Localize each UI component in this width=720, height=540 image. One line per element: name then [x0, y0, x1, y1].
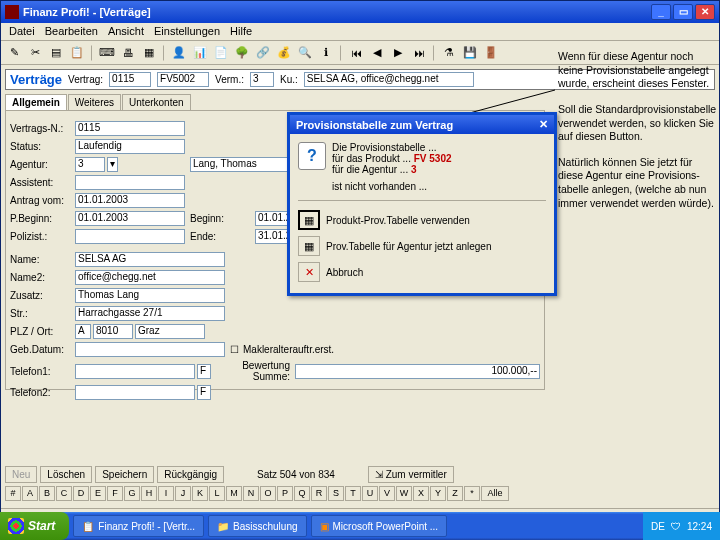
- alpha-Y[interactable]: Y: [430, 486, 446, 501]
- tool-tree-icon[interactable]: 🌳: [233, 44, 251, 62]
- zum-vermittler-button[interactable]: ⇲ Zum vermitler: [368, 466, 454, 483]
- mak-checkbox[interactable]: ☐: [230, 344, 239, 355]
- ku-field[interactable]: SELSA AG, office@chegg.net: [304, 72, 474, 87]
- tool-print-icon[interactable]: 🖶: [119, 44, 137, 62]
- tool-grid-icon[interactable]: ▦: [140, 44, 158, 62]
- alpha-S[interactable]: S: [328, 486, 344, 501]
- alpha-Z[interactable]: Z: [447, 486, 463, 501]
- start-button[interactable]: Start: [0, 512, 69, 540]
- alpha-N[interactable]: N: [243, 486, 259, 501]
- name-field[interactable]: SELSA AG: [75, 252, 225, 267]
- close-button[interactable]: ✕: [695, 4, 715, 20]
- alpha-F[interactable]: F: [107, 486, 123, 501]
- tool-calc-icon[interactable]: ⌨: [98, 44, 116, 62]
- menu-bearbeiten[interactable]: Bearbeiten: [41, 25, 102, 38]
- tray-icon[interactable]: 🛡: [671, 521, 681, 532]
- tool-save-icon[interactable]: 💾: [461, 44, 479, 62]
- nav-first-icon[interactable]: ⏮: [347, 44, 365, 62]
- alpha-J[interactable]: J: [175, 486, 191, 501]
- neu-button[interactable]: Neu: [5, 466, 37, 483]
- alpha-E[interactable]: E: [90, 486, 106, 501]
- dialog-cancel-button[interactable]: ✕: [298, 262, 320, 282]
- alpha-T[interactable]: T: [345, 486, 361, 501]
- alpha-X[interactable]: X: [413, 486, 429, 501]
- alpha-K[interactable]: K: [192, 486, 208, 501]
- alpha-G[interactable]: G: [124, 486, 140, 501]
- tel2-field[interactable]: [75, 385, 195, 400]
- tel2-f[interactable]: F: [197, 385, 211, 400]
- alpha-U[interactable]: U: [362, 486, 378, 501]
- menu-hilfe[interactable]: Hilfe: [226, 25, 256, 38]
- use-product-table-button[interactable]: ▦: [298, 210, 320, 230]
- bew-field[interactable]: 100.000,--: [295, 364, 540, 379]
- create-agency-table-button[interactable]: ▦: [298, 236, 320, 256]
- menu-einstellungen[interactable]: Einstellungen: [150, 25, 224, 38]
- status-field[interactable]: Laufendig: [75, 139, 185, 154]
- menu-datei[interactable]: Datei: [5, 25, 39, 38]
- alpha-O[interactable]: O: [260, 486, 276, 501]
- pbeginn-field[interactable]: 01.01.2003: [75, 211, 185, 226]
- tool-cut-icon[interactable]: ✂: [26, 44, 44, 62]
- tool-doc-icon[interactable]: 📄: [212, 44, 230, 62]
- nav-last-icon[interactable]: ⏭: [410, 44, 428, 62]
- alpha-B[interactable]: B: [39, 486, 55, 501]
- alpha-P[interactable]: P: [277, 486, 293, 501]
- tool-money-icon[interactable]: 💰: [275, 44, 293, 62]
- alpha-W[interactable]: W: [396, 486, 412, 501]
- alpha-Q[interactable]: Q: [294, 486, 310, 501]
- plz-country-field[interactable]: A: [75, 324, 91, 339]
- plz-field[interactable]: 8010: [93, 324, 133, 339]
- antrag-field[interactable]: 01.01.2003: [75, 193, 185, 208]
- tab-weiteres[interactable]: Weiteres: [68, 94, 121, 110]
- tool-chart-icon[interactable]: 📊: [191, 44, 209, 62]
- minimize-button[interactable]: _: [651, 4, 671, 20]
- tab-allgemein[interactable]: Allgemein: [5, 94, 67, 110]
- loeschen-button[interactable]: Löschen: [40, 466, 92, 483]
- tel1-f[interactable]: F: [197, 364, 211, 379]
- tool-info-icon[interactable]: ℹ: [317, 44, 335, 62]
- tool-filter-icon[interactable]: ⚗: [440, 44, 458, 62]
- alpha-*[interactable]: *: [464, 486, 480, 501]
- alpha-Alle[interactable]: Alle: [481, 486, 509, 501]
- nav-next-icon[interactable]: ▶: [389, 44, 407, 62]
- geb-field[interactable]: [75, 342, 225, 357]
- tab-unterkonten[interactable]: Unterkonten: [122, 94, 190, 110]
- tool-person-icon[interactable]: 👤: [170, 44, 188, 62]
- speichern-button[interactable]: Speichern: [95, 466, 154, 483]
- vertragsnr-field[interactable]: 0115: [75, 121, 185, 136]
- menu-ansicht[interactable]: Ansicht: [104, 25, 148, 38]
- alpha-I[interactable]: I: [158, 486, 174, 501]
- taskbar-item-basis[interactable]: 📁Basisschulung: [208, 515, 306, 537]
- strasse-field[interactable]: Harrachgasse 27/1: [75, 306, 225, 321]
- maximize-button[interactable]: ▭: [673, 4, 693, 20]
- verm-field[interactable]: 3: [250, 72, 274, 87]
- alpha-D[interactable]: D: [73, 486, 89, 501]
- taskbar-item-finanz[interactable]: 📋Finanz Profi! - [Vertr...: [73, 515, 204, 537]
- agentur-field[interactable]: 3: [75, 157, 105, 172]
- alpha-M[interactable]: M: [226, 486, 242, 501]
- ort-field[interactable]: Graz: [135, 324, 205, 339]
- assistent-field[interactable]: [75, 175, 185, 190]
- tool-link-icon[interactable]: 🔗: [254, 44, 272, 62]
- dialog-close-icon[interactable]: ✕: [539, 118, 548, 131]
- alpha-H[interactable]: H: [141, 486, 157, 501]
- alpha-C[interactable]: C: [56, 486, 72, 501]
- tray-lang[interactable]: DE: [651, 521, 665, 532]
- name2-field[interactable]: office@chegg.net: [75, 270, 225, 285]
- tel1-field[interactable]: [75, 364, 195, 379]
- alpha-A[interactable]: A: [22, 486, 38, 501]
- tool-exit-icon[interactable]: 🚪: [482, 44, 500, 62]
- rueckgaengig-button[interactable]: Rückgängig: [157, 466, 224, 483]
- tool-find-icon[interactable]: 🔍: [296, 44, 314, 62]
- tool-paste-icon[interactable]: 📋: [68, 44, 86, 62]
- alpha-L[interactable]: L: [209, 486, 225, 501]
- alpha-V[interactable]: V: [379, 486, 395, 501]
- agentur-dropdown-icon[interactable]: ▾: [107, 157, 118, 172]
- taskbar-item-ppt[interactable]: ▣Microsoft PowerPoint ...: [311, 515, 448, 537]
- nav-prev-icon[interactable]: ◀: [368, 44, 386, 62]
- polizist-field[interactable]: [75, 229, 185, 244]
- vertrag-field[interactable]: 0115: [109, 72, 151, 87]
- zusatz-field[interactable]: Thomas Lang: [75, 288, 225, 303]
- product-field[interactable]: FV5002: [157, 72, 209, 87]
- tool-copy-icon[interactable]: ▤: [47, 44, 65, 62]
